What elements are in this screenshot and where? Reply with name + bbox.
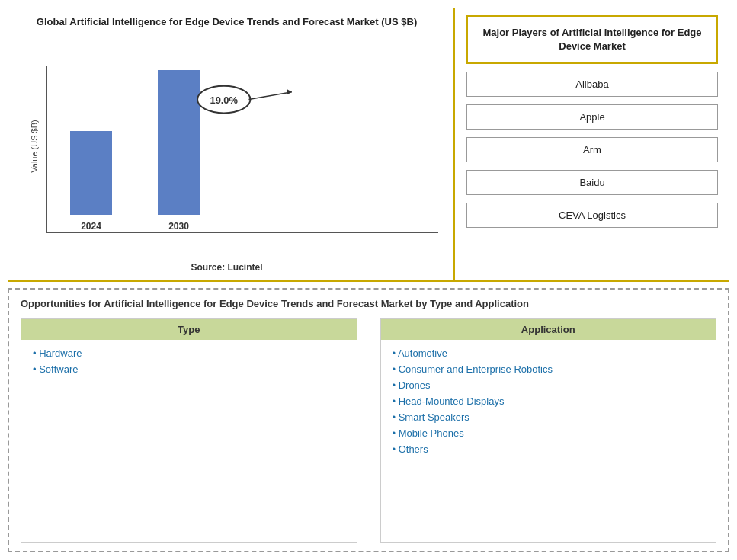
player-item-alibaba: Alibaba [466,72,718,97]
bar-2030 [158,70,200,215]
bottom-content: Type • Hardware • Software Application •… [21,318,716,543]
application-header: Application [381,319,716,340]
svg-marker-3 [287,89,292,95]
players-section: Major Players of Artificial Intelligence… [455,8,729,280]
bar-label-2030: 2030 [168,221,189,232]
bars-container: 19.0% 2024 2030 [46,66,438,233]
app-item-hmd: • Head-Mounted Displays [393,395,705,407]
svg-text:19.0%: 19.0% [210,94,238,106]
opportunities-title: Opportunities for Artificial Intelligenc… [21,297,716,311]
main-container: Global Artificial Intelligence for Edge … [0,0,737,560]
svg-point-0 [197,86,250,114]
app-item-drones: • Drones [393,379,705,391]
app-item-phones: • Mobile Phones [393,427,705,439]
application-body: • Automotive • Consumer and Enterprise R… [381,340,716,542]
app-item-speakers: • Smart Speakers [393,411,705,423]
type-header: Type [21,319,357,340]
chart-area: Value (US $B) 19.0% [15,37,438,256]
type-body: • Hardware • Software [21,340,357,542]
players-title-box: Major Players of Artificial Intelligence… [466,15,718,64]
type-item-software: • Software [33,363,345,375]
chart-title: Global Artificial Intelligence for Edge … [37,15,417,29]
player-item-arm: Arm [466,137,718,162]
top-section: Global Artificial Intelligence for Edge … [8,8,729,282]
y-axis-label: Value (US $B) [30,120,39,173]
chart-section: Global Artificial Intelligence for Edge … [8,8,455,280]
player-item-apple: Apple [466,104,718,130]
application-section: Application • Automotive • Consumer and … [380,318,717,543]
type-item-hardware: • Hardware [33,347,345,359]
svg-line-2 [248,92,291,100]
player-item-ceva: CEVA Logistics [466,203,718,228]
bottom-section: Opportunities for Artificial Intelligenc… [8,288,729,552]
bar-label-2024: 2024 [81,221,101,232]
player-item-baidu: Baidu [466,170,718,195]
app-item-others: • Others [393,443,705,455]
source-text: Source: Lucintel [191,262,262,273]
bar-2024 [70,131,112,215]
type-section: Type • Hardware • Software [21,318,357,543]
app-item-automotive: • Automotive [393,347,705,359]
bar-group-2030: 2030 [158,70,200,232]
app-item-robotics: • Consumer and Enterprise Robotics [393,363,705,375]
bar-group-2024: 2024 [70,131,112,232]
